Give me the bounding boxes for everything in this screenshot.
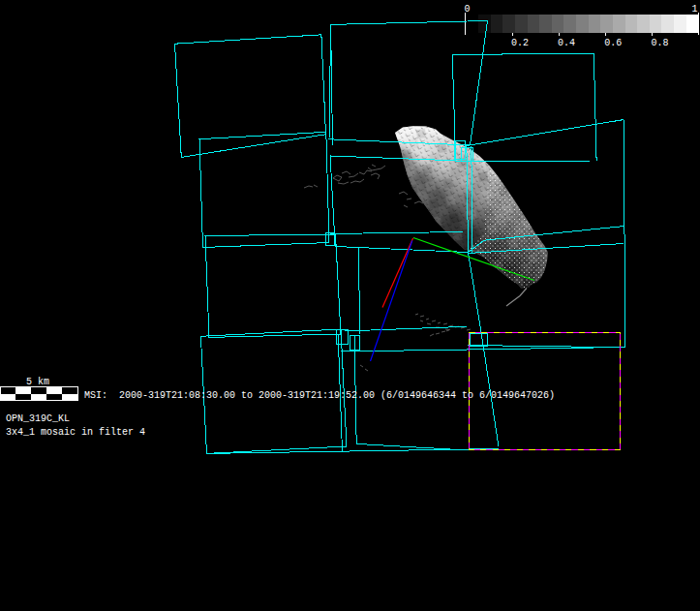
svg-text:0.4: 0.4 — [558, 38, 575, 48]
svg-text:0.6: 0.6 — [604, 38, 622, 48]
svg-text:MSI: 2000-319T21:08:30.00 to: MSI: 2000-319T21:08:30.00 to 2000-319T21… — [84, 390, 555, 401]
svg-text:0: 0 — [465, 4, 471, 15]
svg-text:0.2: 0.2 — [511, 38, 529, 48]
svg-text:5 km: 5 km — [26, 377, 49, 387]
svg-text:1: 1 — [692, 4, 698, 15]
svg-text:OPN_319C_KL: OPN_319C_KL — [6, 413, 70, 424]
svg-text:3x4_1 mosaic in filter 4: 3x4_1 mosaic in filter 4 — [6, 427, 145, 438]
svg-text:0.8: 0.8 — [651, 38, 668, 48]
